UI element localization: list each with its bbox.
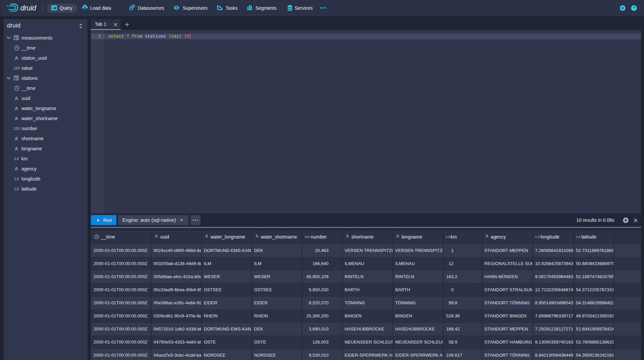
svg-text:?: ? [633, 6, 635, 10]
